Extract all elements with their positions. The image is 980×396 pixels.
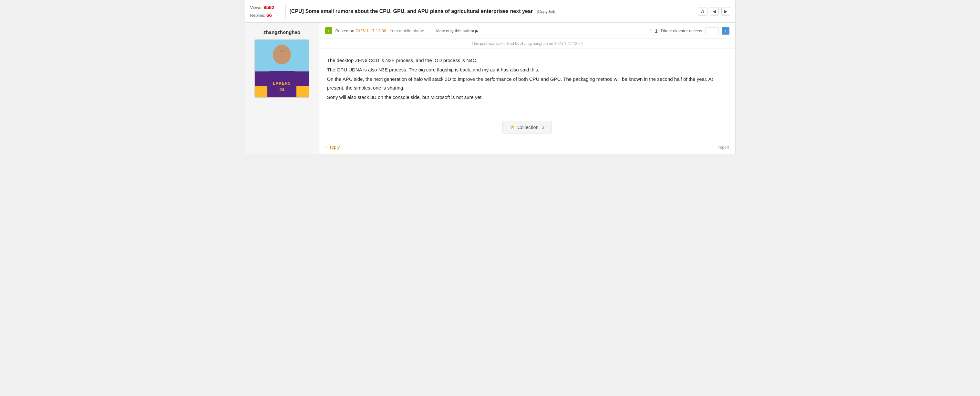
avatar-head: 👓 — [273, 45, 291, 64]
post-body: The desktop ZEN6 CCD is N3E process, and… — [319, 49, 735, 112]
collection-count: 3 — [542, 125, 544, 130]
avatar-image: 👓 LAKERS 24 — [255, 40, 309, 97]
reply-icon: ≡ — [325, 144, 328, 150]
meta-divider: | — [430, 28, 431, 33]
replies-label: Replies: 66 — [250, 11, 272, 19]
post-datetime: 2025-1-17 12:06 — [355, 29, 386, 33]
collection-label: Collection — [517, 125, 539, 130]
back-button[interactable]: ◀ — [710, 7, 719, 16]
views-count: 8582 — [264, 5, 274, 10]
reply-label: reply — [330, 144, 340, 150]
thread-title: [CPU] Some small rumors about the CPU, G… — [290, 8, 694, 14]
elevator-button[interactable]: ↓ — [722, 27, 729, 35]
views-label: Views: 8582 — [250, 3, 274, 11]
post-line-2: The GPU UDNA is also N3E process. The bi… — [327, 65, 727, 74]
post-number: 1 — [655, 28, 657, 34]
jersey-number: 24 — [279, 87, 285, 92]
post-source: from mobile phone — [390, 29, 424, 33]
last-edit-notice: This post was last edited by zhangzhongh… — [319, 39, 735, 49]
jersey-text: LAKERS — [273, 81, 291, 86]
avatar: 👓 LAKERS 24 — [255, 40, 309, 97]
header-actions: 🖨 ◀ ▶ — [698, 7, 730, 16]
username: zhangzhonghao — [264, 29, 300, 35]
post-line-3: On the APU side, the next generation of … — [327, 75, 727, 92]
posted-label: Posted on 2025-1-17 12:06 — [336, 29, 387, 33]
collection-area: ★ Collection 3 — [319, 112, 735, 140]
print-button[interactable]: 🖨 — [698, 7, 708, 16]
sidebar: zhangzhonghao 👓 LAKERS 24 — [245, 23, 319, 154]
post-meta-bar: ↑ Posted on 2025-1-17 12:06 from mobile … — [319, 23, 735, 39]
post-type-icon: ↑ — [325, 27, 332, 34]
post-number-area: # 1 Direct elevator access ↓ — [650, 27, 729, 35]
post-area: ↑ Posted on 2025-1-17 12:06 from mobile … — [319, 23, 735, 154]
copy-link[interactable]: [Copy link] — [537, 9, 556, 14]
star-icon: ★ — [510, 124, 515, 131]
reply-button[interactable]: ≡ reply — [325, 144, 340, 150]
avatar-glasses: 👓 — [280, 49, 284, 53]
replies-count: 66 — [266, 12, 272, 18]
elevator-input[interactable] — [706, 27, 719, 34]
post-footer: ≡ reply report — [319, 140, 735, 154]
report-link[interactable]: report — [719, 145, 729, 150]
elevator-label: Direct elevator access — [661, 29, 702, 33]
avatar-body: LAKERS 24 — [267, 71, 296, 97]
views-replies-stats: Views: 8582 Replies: 66 — [250, 3, 286, 19]
post-line-4: Sony will also stack 3D on the console s… — [327, 93, 727, 102]
main-content: zhangzhonghao 👓 LAKERS 24 ↑ P — [245, 22, 735, 154]
hash-symbol: # — [650, 29, 652, 33]
collection-button[interactable]: ★ Collection 3 — [503, 121, 552, 134]
forward-button[interactable]: ▶ — [721, 7, 730, 16]
view-author-link[interactable]: View only this author ▶ — [436, 29, 479, 33]
header-bar: Views: 8582 Replies: 66 [CPU] Some small… — [245, 0, 735, 22]
post-line-1: The desktop ZEN6 CCD is N3E process, and… — [327, 56, 727, 65]
